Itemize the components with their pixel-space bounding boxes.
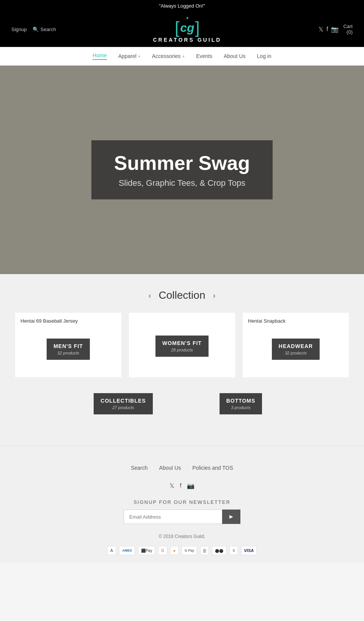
amazon-pay-icon: A — [107, 546, 116, 555]
hero-subtitle: Slides, Graphic Tees, & Crop Tops — [114, 178, 250, 188]
facebook-icon[interactable]: f — [326, 26, 328, 33]
womens-fit-label: WOMEN'S FIT — [162, 340, 202, 346]
signup-label: Signup — [11, 27, 27, 32]
search-label: Search — [40, 27, 56, 32]
footer: Search About Us Policies and TOS 𝕏 f 📷 S… — [0, 445, 364, 563]
amex-icon: AMEX — [119, 546, 135, 555]
newsletter-form: ► — [0, 510, 364, 524]
top-bar: "Always Logged On!" — [0, 0, 364, 12]
collection-next-button[interactable]: › — [213, 291, 215, 300]
hero-title: Summer Swag — [114, 152, 250, 174]
cg-letters: cg — [179, 22, 195, 34]
nav-about[interactable]: About Us — [224, 53, 246, 59]
shopify-pay-icon: S — [229, 546, 238, 555]
header: Signup 🔍 Search ✦ [ cg ] CREATORS GUILD … — [0, 12, 364, 47]
collection-card-mens: Hentai 69 Baseball Jersey MEN'S FIT 32 p… — [15, 313, 121, 377]
collection-card-womens: WOMEN'S FIT 28 products — [129, 313, 235, 377]
search-link[interactable]: 🔍 Search — [33, 27, 56, 32]
headwear-badge[interactable]: HEADWEAR 32 products — [272, 339, 320, 360]
womens-fit-count: 28 products — [162, 348, 202, 352]
bracket-left-icon: [ — [175, 19, 179, 36]
bottoms-badge[interactable]: BOTTOMS 3 products — [220, 393, 262, 414]
mastercard-icon: ⬤⬤ — [212, 546, 226, 555]
headwear-count: 32 products — [279, 351, 313, 355]
bracket-right-icon: ] — [195, 19, 200, 36]
logo[interactable]: ✦ [ cg ] CREATORS GUILD — [153, 16, 221, 43]
mens-fit-badge[interactable]: MEN'S FIT 32 products — [47, 339, 90, 360]
headwear-label: HEADWEAR — [279, 343, 313, 349]
footer-policies-link[interactable]: Policies and TOS — [192, 465, 233, 471]
cart-area[interactable]: Cart (0) — [343, 24, 353, 35]
footer-instagram-icon[interactable]: 📷 — [187, 482, 195, 489]
footer-social: 𝕏 f 📷 — [0, 478, 364, 493]
search-icon: 🔍 — [33, 27, 39, 32]
collection-card-headwear: Hentai Snapback HEADWEAR 32 products — [243, 313, 349, 377]
google-pay-icon: G Pay — [182, 546, 197, 555]
collectibles-count: 27 products — [100, 405, 146, 410]
collection-card-collectibles: COLLECTIBLES 27 products — [68, 385, 178, 423]
accessories-plus-icon: + — [182, 54, 185, 59]
email-input[interactable] — [124, 510, 222, 524]
topbar-text: "Always Logged On!" — [159, 3, 205, 9]
mens-fit-count: 32 products — [53, 351, 83, 355]
header-left: Signup 🔍 Search — [11, 27, 56, 32]
apple-pay-icon: ⬛Pay — [138, 546, 155, 555]
cart-count: (0) — [343, 29, 353, 35]
signup-link[interactable]: Signup — [11, 27, 27, 32]
collection-card-bottoms: BOTTOMS 3 products — [186, 385, 296, 423]
interac-icon: ||| — [200, 546, 209, 555]
collectibles-label: COLLECTIBLES — [100, 398, 146, 404]
visa-icon: VISA — [241, 546, 257, 555]
bottoms-label: BOTTOMS — [226, 398, 256, 404]
cart-label: Cart — [343, 24, 353, 29]
collection-cards-row1: Hentai 69 Baseball Jersey MEN'S FIT 32 p… — [15, 313, 349, 377]
discover-icon: ● — [170, 546, 179, 555]
footer-newsletter: SIGNUP FOR OUR NEWSLETTER ► — [0, 493, 364, 528]
collections-header: ‹ Collection › — [15, 289, 349, 301]
collection-cards-row2: COLLECTIBLES 27 products BOTTOMS 3 produ… — [15, 385, 349, 423]
footer-facebook-icon[interactable]: f — [180, 482, 181, 489]
hero-box: Summer Swag Slides, Graphic Tees, & Crop… — [91, 140, 273, 199]
footer-about-link[interactable]: About Us — [159, 465, 181, 471]
apparel-plus-icon: + — [138, 54, 141, 59]
nav-login[interactable]: Log in — [257, 53, 271, 59]
footer-links: Search About Us Policies and TOS — [0, 457, 364, 478]
payment-icons: A AMEX ⬛Pay D ● G Pay ||| ⬤⬤ S VISA — [0, 543, 364, 563]
twitter-icon[interactable]: 𝕏 — [318, 26, 323, 33]
footer-copyright: © 2018 Creators Guild. — [0, 528, 364, 543]
logo-name: CREATORS GUILD — [153, 37, 221, 43]
nav-apparel[interactable]: Apparel + — [118, 53, 141, 59]
collections-title: Collection — [159, 289, 206, 301]
nav-bar: Home Apparel + Accessories + Events Abou… — [0, 47, 364, 66]
collection-prev-button[interactable]: ‹ — [149, 291, 151, 300]
card-title-headwear: Hentai Snapback — [248, 318, 344, 324]
header-right: 𝕏 f 📷 Cart (0) — [318, 24, 353, 35]
nav-home[interactable]: Home — [93, 52, 107, 60]
card-title-mens: Hentai 69 Baseball Jersey — [20, 318, 116, 324]
social-icons: 𝕏 f 📷 — [318, 26, 339, 33]
hero-section: Summer Swag Slides, Graphic Tees, & Crop… — [0, 66, 364, 274]
nav-accessories[interactable]: Accessories + — [152, 53, 185, 59]
nav-events[interactable]: Events — [196, 53, 212, 59]
newsletter-heading: SIGNUP FOR OUR NEWSLETTER — [0, 499, 364, 505]
footer-search-link[interactable]: Search — [131, 465, 147, 471]
collections-section: ‹ Collection › Hentai 69 Baseball Jersey… — [0, 274, 364, 445]
diners-icon: D — [158, 546, 167, 555]
womens-fit-badge[interactable]: WOMEN'S FIT 28 products — [155, 336, 209, 357]
bottoms-count: 3 products — [226, 405, 256, 410]
footer-twitter-icon[interactable]: 𝕏 — [169, 482, 174, 489]
mens-fit-label: MEN'S FIT — [53, 343, 83, 349]
logo-icon-row: [ cg ] — [175, 19, 200, 36]
newsletter-submit-button[interactable]: ► — [222, 510, 240, 524]
instagram-icon[interactable]: 📷 — [331, 26, 339, 33]
collectibles-badge[interactable]: COLLECTIBLES 27 products — [94, 393, 152, 414]
